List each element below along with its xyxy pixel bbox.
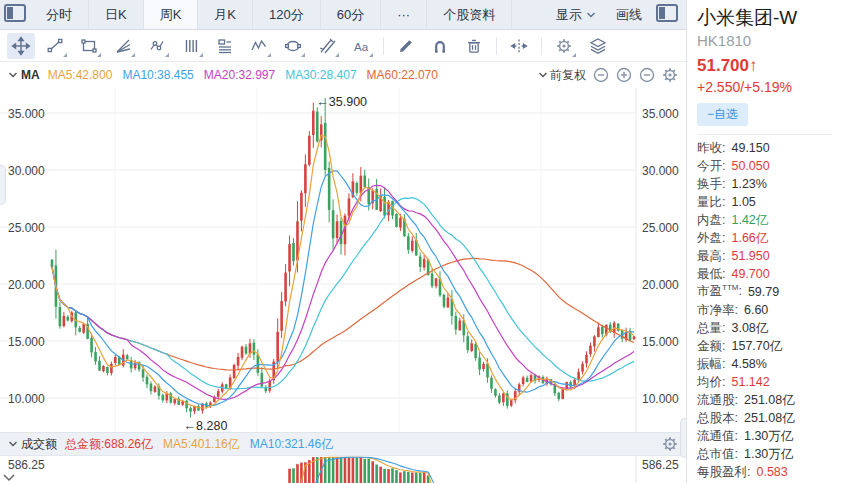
stat-value: 0.583 — [756, 465, 787, 479]
text-tool-icon[interactable]: Aa — [347, 33, 375, 59]
ellipse-tool-icon[interactable] — [279, 33, 307, 59]
ma-indicator-value: MA60:22.070 — [367, 68, 438, 82]
stat-value: 251.08亿 — [744, 410, 795, 427]
move-tool-icon[interactable] — [7, 33, 35, 59]
divider — [697, 134, 832, 135]
svg-text:25.000: 25.000 — [8, 221, 45, 235]
stat-row-总市值: 总市值:1.30万亿 — [697, 445, 842, 463]
drawing-toolbar: Aa — [0, 30, 686, 62]
vertical-lines-tool-icon[interactable] — [177, 33, 205, 59]
volume-indicator-value: MA10:321.46亿 — [250, 437, 333, 451]
trend-line-tool-icon[interactable] — [41, 33, 69, 59]
pane-collapse-handle-left[interactable] — [0, 165, 6, 205]
fork-tool-icon[interactable] — [313, 33, 341, 59]
stat-label: 今开: — [697, 158, 725, 175]
stock-app-window: 分时日K周K月K120分60分··· 个股资料 显示 画线 Aa MA MA5:… — [0, 0, 842, 483]
stat-label: 外盘: — [697, 230, 725, 247]
stat-row-流通值: 流通值:1.30万亿 — [697, 427, 842, 445]
settings-tool-icon[interactable] — [550, 33, 578, 59]
svg-text:←8.280: ←8.280 — [184, 419, 228, 433]
stat-label: 均价: — [697, 374, 725, 391]
tab-分时[interactable]: 分时 — [30, 0, 88, 29]
svg-text:25.000: 25.000 — [642, 221, 679, 235]
tab-日K[interactable]: 日K — [88, 0, 143, 29]
stat-row-总股本: 总股本:251.08亿 — [697, 409, 842, 427]
tab-月K[interactable]: 月K — [197, 0, 252, 29]
stat-label: 市净率: — [697, 302, 738, 319]
toolbar-divider — [383, 37, 384, 55]
volume-label[interactable]: 成交额 — [21, 436, 57, 453]
candlestick-chart[interactable]: ←35.900←8.28035.00035.00030.00030.00025.… — [0, 88, 686, 483]
tab-···[interactable]: ··· — [380, 0, 426, 29]
sidebar-toggle-icon[interactable] — [656, 4, 678, 22]
magnet-tool-icon[interactable] — [426, 33, 454, 59]
collapse-chevron-icon[interactable] — [8, 71, 18, 79]
stat-value: 6.60 — [744, 303, 768, 317]
collapse-chevron-icon[interactable] — [8, 440, 18, 448]
svg-text:20.000: 20.000 — [8, 278, 45, 292]
fan-lines-tool-icon[interactable] — [109, 33, 137, 59]
stat-label: 市盈TTM: — [697, 283, 742, 300]
ma-indicator-value: MA5:42.800 — [48, 68, 113, 82]
stat-row-振幅: 振幅:4.58% — [697, 355, 842, 373]
adjust-mode-dropdown[interactable]: 前复权 — [538, 67, 586, 84]
toolbar-divider — [496, 37, 497, 55]
stat-label: 振幅: — [697, 356, 725, 373]
volume-indicator-value: 总金额:688.26亿 — [65, 437, 153, 451]
svg-text:35.000: 35.000 — [8, 107, 45, 121]
wave-tool-icon[interactable] — [245, 33, 273, 59]
stat-row-昨收: 昨收:49.150 — [697, 139, 842, 157]
rectangle-tool-icon[interactable] — [75, 33, 103, 59]
tab-stock-info[interactable]: 个股资料 — [426, 0, 512, 29]
split-tool-icon[interactable] — [505, 33, 533, 59]
stat-label: 金额: — [697, 338, 725, 355]
period-tabs: 分时日K周K月K120分60分··· — [30, 0, 426, 29]
adjust-label: 前复权 — [550, 67, 586, 84]
volume-indicator-value: MA5:401.16亿 — [163, 437, 240, 451]
stat-value: 51.950 — [731, 249, 769, 263]
stat-value: 50.050 — [731, 159, 769, 173]
ma-label[interactable]: MA — [21, 68, 40, 82]
svg-text:Aa: Aa — [354, 40, 369, 52]
layers-tool-icon[interactable] — [584, 33, 612, 59]
tab-120分[interactable]: 120分 — [252, 0, 320, 29]
stat-row-流通股: 流通股:251.08亿 — [697, 391, 842, 409]
display-dropdown[interactable]: 显示 — [546, 0, 606, 29]
draw-line-button[interactable]: 画线 — [606, 0, 652, 29]
stat-label: 流通值: — [697, 428, 738, 445]
trash-tool-icon[interactable] — [460, 33, 488, 59]
text-lines-tool-icon[interactable] — [211, 33, 239, 59]
stat-row-量比: 量比:1.05 — [697, 193, 842, 211]
watchlist-remove-button[interactable]: −自选 — [697, 103, 748, 126]
zoom-out-button[interactable] — [593, 67, 609, 83]
stat-value: 1.30万亿 — [744, 446, 793, 463]
remove-indicator-button[interactable] — [639, 67, 655, 83]
stat-value: 51.142 — [731, 375, 769, 389]
polyline-tool-icon[interactable] — [143, 33, 171, 59]
stat-row-内盘: 内盘:1.42亿 — [697, 211, 842, 229]
ma-indicator-value: MA20:32.997 — [204, 68, 275, 82]
chart-area: ←35.900←8.28035.00035.00030.00030.00025.… — [0, 88, 686, 483]
stat-value: 49.700 — [731, 267, 769, 281]
stat-row-市净率: 市净率:6.60 — [697, 301, 842, 319]
svg-text:30.000: 30.000 — [8, 164, 45, 178]
stat-row-每股盈利: 每股盈利:0.583 — [697, 463, 842, 481]
tab-周K[interactable]: 周K — [143, 0, 198, 29]
stat-label: 总量: — [697, 320, 725, 337]
indicator-settings-gear-icon[interactable] — [662, 67, 678, 83]
tab-60分[interactable]: 60分 — [320, 0, 380, 29]
stat-label: 量比: — [697, 194, 725, 211]
stat-label: 流通股: — [697, 392, 738, 409]
zoom-in-button[interactable] — [616, 67, 632, 83]
stat-label: 每股盈利: — [697, 464, 750, 481]
volume-indicator-header: 成交额 总金额:688.26亿MA5:401.16亿MA10:321.46亿 — [0, 432, 686, 456]
svg-text:586.25: 586.25 — [642, 458, 679, 472]
svg-text:30.000: 30.000 — [642, 164, 679, 178]
pencil-tool-icon[interactable] — [392, 33, 420, 59]
volume-settings-gear-icon[interactable] — [662, 436, 678, 452]
stat-label: 总股本: — [697, 410, 738, 427]
stat-value: 157.70亿 — [731, 338, 782, 355]
layout-toggle-icon[interactable] — [4, 4, 26, 22]
stat-row-均价: 均价:51.142 — [697, 373, 842, 391]
stat-row-市盈TTM: 市盈TTM:59.79 — [697, 283, 842, 301]
